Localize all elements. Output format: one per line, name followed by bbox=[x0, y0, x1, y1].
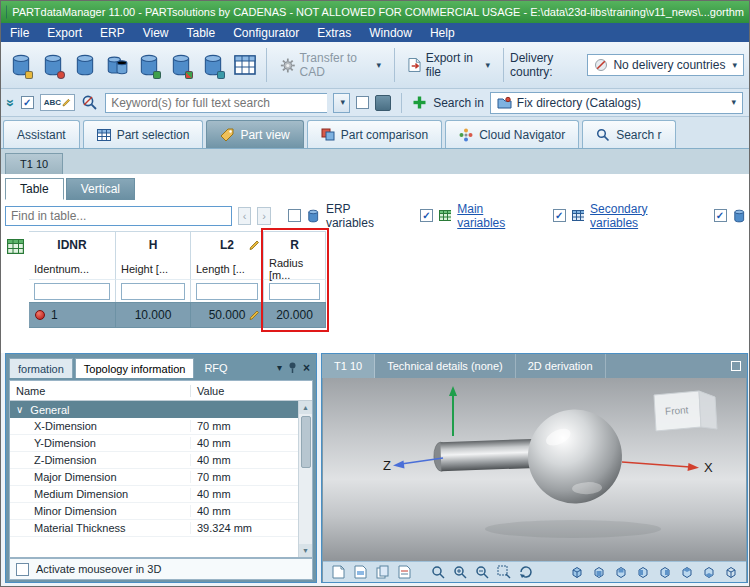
keyword-search-input[interactable] bbox=[105, 93, 327, 113]
tab-assistant[interactable]: Assistant bbox=[3, 120, 80, 148]
menu-configurator[interactable]: Configurator bbox=[224, 25, 308, 41]
tree-row[interactable]: Y-Dimension40 mm bbox=[10, 435, 312, 452]
database-check-icon[interactable] bbox=[134, 45, 164, 85]
copy-view-icon[interactable] bbox=[373, 564, 392, 581]
tab-2d-derivation[interactable]: 2D derivation bbox=[516, 354, 606, 378]
tab-part-comparison[interactable]: Part comparison bbox=[307, 120, 442, 148]
abc-spellcheck-icon[interactable]: ABC bbox=[40, 94, 75, 111]
left-view-icon[interactable] bbox=[633, 564, 652, 581]
zoom-out-icon[interactable] bbox=[472, 564, 491, 581]
right-view-icon[interactable] bbox=[655, 564, 674, 581]
database-copy-icon[interactable] bbox=[102, 45, 132, 85]
tree-row[interactable]: Material Thickness39.324 mm bbox=[10, 520, 312, 537]
front-view-icon[interactable] bbox=[589, 564, 608, 581]
tab-part-information[interactable]: formation bbox=[9, 358, 73, 378]
tab-table[interactable]: Table bbox=[5, 178, 64, 200]
print-icon[interactable] bbox=[351, 564, 370, 581]
close-icon[interactable]: × bbox=[303, 361, 310, 375]
rotate-view-icon[interactable] bbox=[516, 564, 535, 581]
column-header-r[interactable]: R bbox=[264, 232, 326, 258]
menu-erp[interactable]: ERP bbox=[91, 25, 134, 41]
database-colors-icon[interactable] bbox=[166, 45, 196, 85]
database-export-icon[interactable] bbox=[38, 45, 68, 85]
pin-icon[interactable] bbox=[288, 362, 297, 374]
front-cube[interactable]: Front bbox=[654, 391, 717, 431]
database-info-icon[interactable] bbox=[198, 45, 228, 85]
delivery-country-select[interactable]: No delivery countries ▾ bbox=[587, 54, 744, 76]
column-header-idnr[interactable]: IDNR bbox=[29, 232, 116, 258]
column-name-header[interactable]: Name bbox=[10, 385, 190, 397]
main-variables-checkbox[interactable]: ✓ bbox=[420, 209, 433, 222]
screenshot-icon[interactable] bbox=[329, 564, 348, 581]
fulltext-search-checkbox[interactable]: ✓ bbox=[21, 96, 34, 109]
find-in-table-input[interactable] bbox=[5, 206, 232, 226]
tab-vertical[interactable]: Vertical bbox=[66, 178, 135, 200]
back-view-icon[interactable] bbox=[611, 564, 630, 581]
iso-view-icon[interactable] bbox=[567, 564, 586, 581]
menu-export[interactable]: Export bbox=[38, 25, 91, 41]
collapse-chevron-icon[interactable]: » bbox=[4, 99, 18, 107]
tree-row[interactable]: Medium Dimension40 mm bbox=[10, 486, 312, 503]
search-image-icon[interactable] bbox=[375, 95, 391, 111]
main-variables-link[interactable]: Main variables bbox=[457, 202, 531, 230]
variables-table-icon[interactable] bbox=[7, 239, 24, 258]
search-option-checkbox[interactable] bbox=[356, 96, 369, 109]
collapse-arrow-icon[interactable]: ∨ bbox=[16, 405, 23, 415]
top-view-icon[interactable] bbox=[677, 564, 696, 581]
tree-group-general[interactable]: ∨ General bbox=[10, 401, 312, 418]
scroll-down-icon[interactable]: ▼ bbox=[299, 544, 312, 557]
secondary-variables-link[interactable]: Secondary variables bbox=[590, 202, 694, 230]
menu-extras[interactable]: Extras bbox=[308, 25, 360, 41]
column-header-l2[interactable]: L2 bbox=[191, 232, 264, 258]
document-tab[interactable]: T1 10 bbox=[5, 153, 63, 174]
tab-rfq[interactable]: RFQ bbox=[196, 358, 235, 378]
scroll-thumb[interactable] bbox=[301, 416, 311, 468]
filter-input-idnr[interactable] bbox=[34, 283, 110, 300]
transfer-to-cad-button[interactable]: Transfer to CAD ▾ bbox=[273, 45, 388, 85]
menu-help[interactable]: Help bbox=[421, 25, 464, 41]
erp-variables-checkbox[interactable] bbox=[288, 209, 301, 222]
menu-view[interactable]: View bbox=[134, 25, 178, 41]
zoom-fit-icon[interactable] bbox=[428, 564, 447, 581]
bottom-view-icon[interactable] bbox=[699, 564, 718, 581]
zoom-window-icon[interactable] bbox=[494, 564, 513, 581]
mouseover-3d-option[interactable]: Activate mouseover in 3D bbox=[9, 558, 313, 580]
column-value-header[interactable]: Value bbox=[190, 385, 312, 397]
scrollbar[interactable]: ▲ ▼ bbox=[298, 401, 312, 557]
3d-viewport[interactable]: Z X Front bbox=[323, 378, 746, 562]
perspective-icon[interactable] bbox=[721, 564, 740, 581]
find-previous-button[interactable]: ‹ bbox=[238, 207, 251, 225]
menu-file[interactable]: File bbox=[1, 25, 38, 41]
tab-topology-information[interactable]: Topology information bbox=[75, 358, 195, 378]
filter-input-r[interactable] bbox=[269, 283, 320, 300]
tree-row[interactable]: Z-Dimension40 mm bbox=[10, 452, 312, 469]
menu-table[interactable]: Table bbox=[178, 25, 225, 41]
tab-cloud-navigator[interactable]: Cloud Navigator bbox=[445, 120, 579, 148]
search-scope-select[interactable]: Fix directory (Catalogs) ▾ bbox=[490, 92, 743, 114]
table-row[interactable]: 1 10.000 50.000 20.000 bbox=[29, 302, 326, 328]
tree-row[interactable]: Major Dimension70 mm bbox=[10, 469, 312, 486]
export-in-file-button[interactable]: Export in file ▾ bbox=[401, 45, 497, 85]
search-options-icon[interactable] bbox=[81, 94, 99, 112]
table-view-icon[interactable] bbox=[230, 45, 260, 85]
zoom-in-icon[interactable] bbox=[450, 564, 469, 581]
mouseover-3d-checkbox[interactable] bbox=[16, 563, 29, 576]
find-next-button[interactable]: › bbox=[257, 207, 270, 225]
panel-menu-icon[interactable]: ▾ bbox=[277, 363, 282, 373]
database-icon-button[interactable] bbox=[70, 45, 100, 85]
keyword-dropdown-button[interactable]: ▾ bbox=[333, 93, 350, 113]
edit-value-icon[interactable] bbox=[249, 310, 260, 321]
column-header-h[interactable]: H bbox=[116, 232, 191, 258]
filter-input-l2[interactable] bbox=[196, 283, 258, 300]
tree-row[interactable]: Minor Dimension40 mm bbox=[10, 503, 312, 520]
tree-row[interactable]: X-Dimension70 mm bbox=[10, 418, 312, 435]
secondary-variables-checkbox[interactable]: ✓ bbox=[553, 209, 566, 222]
maximize-icon[interactable] bbox=[731, 361, 741, 371]
view-settings-icon[interactable] bbox=[395, 564, 414, 581]
tab-technical-details[interactable]: Technical details (none) bbox=[375, 354, 516, 378]
filter-input-h[interactable] bbox=[121, 283, 185, 300]
edit-column-icon[interactable] bbox=[249, 240, 260, 251]
tab-viewer-t1[interactable]: T1 10 bbox=[322, 354, 375, 378]
additional-variables-checkbox[interactable]: ✓ bbox=[714, 209, 727, 222]
tab-search-results[interactable]: Search r bbox=[582, 120, 675, 148]
